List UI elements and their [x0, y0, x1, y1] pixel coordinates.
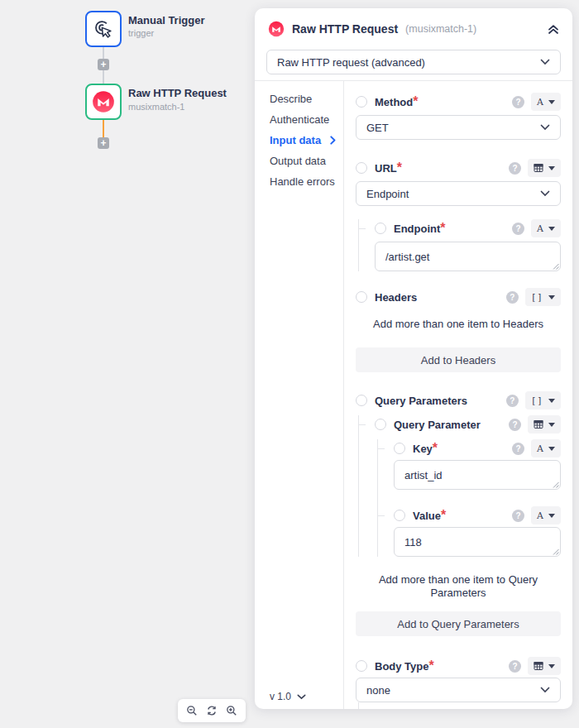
help-icon[interactable]: ? — [509, 660, 521, 673]
connector-line — [103, 70, 104, 84]
type-selector-object[interactable] — [528, 415, 561, 433]
help-icon[interactable]: ? — [509, 162, 521, 175]
nav-item-output-data[interactable]: Output data — [270, 154, 343, 167]
help-icon[interactable]: ? — [506, 395, 519, 407]
node-subtitle: trigger — [128, 28, 154, 38]
add-to-headers-button[interactable]: Add to Headers — [356, 347, 561, 372]
add-step-button[interactable]: + — [98, 59, 109, 70]
type-selector-array[interactable]: [] — [525, 391, 561, 410]
value-input[interactable] — [394, 527, 561, 557]
field-row-headers: Headers ? [] — [356, 288, 561, 306]
input-data-form: Method* ? A GET URL* ? — [344, 81, 572, 709]
canvas-zoom-toolbar — [178, 699, 246, 722]
endpoint-input[interactable] — [375, 242, 561, 271]
add-step-button[interactable]: + — [98, 137, 109, 149]
caret-down-icon — [548, 447, 555, 451]
musixmatch-logo-icon — [92, 90, 115, 113]
node-title: Manual Trigger — [128, 14, 204, 26]
help-icon[interactable]: ? — [509, 419, 521, 431]
field-row-query-parameter: Query Parameter ? — [375, 415, 561, 433]
connector-line-orange — [103, 120, 104, 137]
zoom-out-icon[interactable] — [185, 704, 199, 717]
chevron-down-icon — [540, 687, 550, 693]
node-manual-trigger[interactable] — [85, 11, 122, 47]
url-mode-select[interactable]: Endpoint — [356, 181, 561, 206]
node-raw-http-request[interactable] — [85, 84, 122, 120]
nav-item-handle-errors[interactable]: Handle errors — [270, 175, 343, 188]
endpoint-input-wrap — [375, 242, 561, 271]
key-input[interactable] — [394, 460, 561, 490]
object-type-icon — [534, 419, 543, 429]
body-type-select[interactable]: none — [356, 678, 561, 702]
help-icon[interactable]: ? — [512, 510, 524, 522]
headers-hint: Add more than one item to Headers — [356, 318, 561, 331]
field-row-query-parameters: Query Parameters ? [] — [356, 391, 561, 410]
field-row-url: URL* ? — [356, 159, 561, 177]
type-selector-text[interactable]: A — [531, 506, 561, 524]
nav-item-describe[interactable]: Describe — [270, 92, 343, 105]
tree-line-stub — [358, 702, 359, 709]
panel-title: Raw HTTP Request — [292, 22, 398, 36]
panel-header: Raw HTTP Request (musixmatch-1) — [255, 8, 572, 50]
field-row-key: Key* ? A — [394, 439, 561, 457]
caret-down-icon — [548, 514, 555, 518]
add-to-query-parameters-button[interactable]: Add to Query Parameters — [356, 611, 561, 636]
field-radio[interactable] — [394, 510, 405, 521]
panel-body: Describe Authenticate Input data Output … — [255, 80, 572, 709]
caret-down-icon — [548, 227, 555, 231]
method-select[interactable]: GET — [356, 115, 561, 140]
zoom-in-icon[interactable] — [225, 704, 238, 717]
connector-properties-panel: Raw HTTP Request (musixmatch-1) Raw HTTP… — [255, 8, 572, 709]
resize-grip-icon[interactable] — [552, 262, 559, 270]
type-selector-text[interactable]: A — [531, 219, 561, 237]
chevron-down-icon — [540, 124, 550, 131]
field-radio[interactable] — [394, 443, 405, 454]
caret-down-icon — [548, 664, 555, 668]
value-input-wrap — [394, 527, 561, 557]
array-type-icon: [] — [531, 293, 543, 302]
field-radio[interactable] — [356, 395, 367, 406]
field-radio[interactable] — [356, 162, 367, 174]
musixmatch-badge-icon — [268, 21, 285, 37]
chevron-down-icon — [540, 59, 550, 65]
connector-line — [103, 47, 104, 59]
object-type-icon — [534, 163, 543, 173]
chevron-down-icon — [540, 190, 550, 197]
help-icon[interactable]: ? — [512, 96, 524, 108]
query-parameter-item-group: Key* ? A — [377, 439, 561, 557]
refresh-icon[interactable] — [205, 704, 218, 717]
operation-select-value: Raw HTTP request (advanced) — [277, 56, 425, 69]
chevron-right-icon — [330, 136, 343, 145]
collapse-panel-icon[interactable] — [548, 24, 559, 35]
help-icon[interactable]: ? — [512, 443, 524, 455]
field-radio[interactable] — [375, 419, 386, 430]
resize-grip-icon[interactable] — [552, 481, 559, 488]
chevron-down-icon — [297, 694, 306, 700]
help-icon[interactable]: ? — [506, 291, 519, 304]
text-type-icon: A — [537, 444, 543, 453]
text-type-icon: A — [537, 224, 543, 233]
version-select[interactable]: v 1.0 — [270, 691, 343, 702]
type-selector-object[interactable] — [528, 159, 561, 177]
caret-down-icon — [548, 100, 555, 104]
field-row-body-type: Body Type* ? — [356, 657, 561, 675]
node-subtitle: musixmatch-1 — [128, 102, 184, 112]
node-title: Raw HTTP Request — [128, 87, 227, 99]
field-radio[interactable] — [375, 223, 386, 234]
type-selector-object[interactable] — [528, 657, 561, 675]
nav-item-authenticate[interactable]: Authenticate — [270, 113, 343, 126]
type-selector-text[interactable]: A — [531, 93, 561, 111]
array-type-icon: [] — [531, 396, 543, 405]
field-radio[interactable] — [356, 96, 367, 108]
field-label: Method — [375, 96, 413, 108]
field-radio[interactable] — [356, 660, 367, 672]
operation-select[interactable]: Raw HTTP request (advanced) — [266, 50, 561, 74]
nav-item-input-data[interactable]: Input data — [270, 133, 343, 146]
resize-grip-icon[interactable] — [552, 548, 559, 555]
text-type-icon: A — [537, 98, 543, 107]
field-radio[interactable] — [356, 291, 367, 303]
type-selector-array[interactable]: [] — [525, 288, 561, 306]
type-selector-text[interactable]: A — [531, 439, 561, 457]
help-icon[interactable]: ? — [512, 223, 524, 235]
field-row-method: Method* ? A — [356, 93, 561, 111]
